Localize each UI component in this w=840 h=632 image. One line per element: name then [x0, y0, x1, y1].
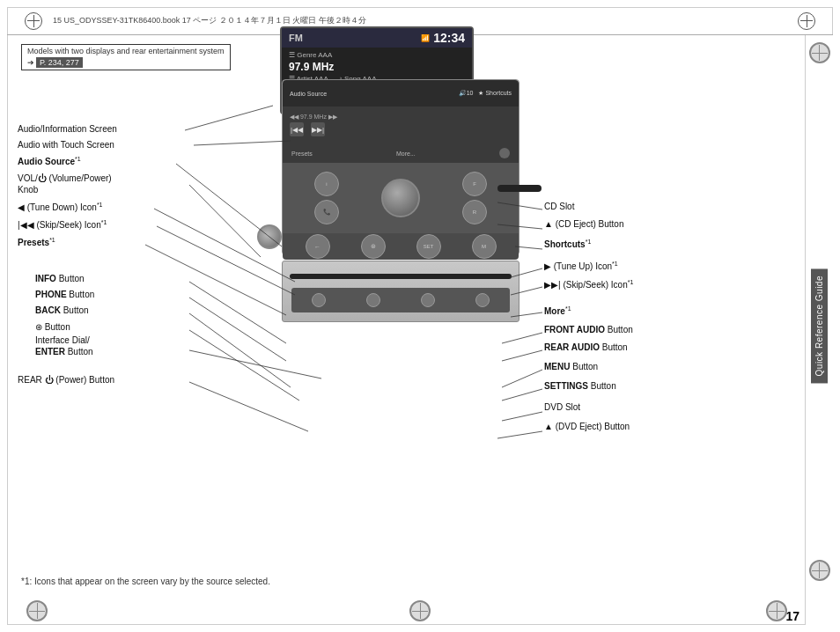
page-number: 17	[785, 609, 799, 623]
label-cd-eject: ▲ (CD Eject) Button	[544, 218, 623, 230]
label-rear-power: REAR ⏻ (Power) Button	[18, 374, 114, 386]
au-top-strip: Audio Source 🔊10 ★ Shortcuts	[283, 80, 519, 107]
dvd-btn-1[interactable]	[312, 293, 326, 307]
label-audio-touch: Audio with Touch Screen	[18, 139, 114, 151]
label-front-audio: FRONT AUDIO Button	[544, 324, 633, 335]
label-rear-audio: REAR AUDIO Button	[544, 342, 628, 353]
au-settings-button[interactable]: SET	[416, 234, 441, 259]
dvd-slot-opening	[290, 274, 512, 279]
screen-freq: 97.9 MHz	[289, 61, 334, 73]
au-next-btn[interactable]: ▶▶|	[311, 122, 325, 136]
bottom-center-crosshair	[409, 600, 431, 621]
label-more: More*1	[544, 305, 571, 317]
au-bottom-row: ← ⊛ SET M	[283, 233, 519, 260]
screen-genre: ☰ Genre AAA	[289, 51, 465, 59]
au-audio-source-btn[interactable]: Audio Source	[290, 91, 327, 97]
label-audio-info-screen: Audio/Information Screen	[18, 123, 117, 135]
au-prev-btn[interactable]: |◀◀	[290, 122, 304, 136]
label-skip-seek-left: |◀◀ (Skip/Seek) Icon*1	[18, 218, 107, 231]
dvd-eject-btn[interactable]	[475, 293, 490, 307]
screen-time: 12:34	[433, 31, 465, 45]
label-vol-knob: VOL/⏻ (Volume/Power)Knob	[18, 173, 112, 195]
au-star-button[interactable]: ⊛	[361, 234, 386, 259]
label-dvd-eject: ▲ (DVD Eject) Button	[544, 421, 630, 432]
audio-head-unit: Audio Source 🔊10 ★ Shortcuts ◀◀ 97.9 MHz…	[282, 79, 519, 255]
au-more-label[interactable]: More...	[396, 151, 416, 157]
bottom-left-crosshair	[26, 600, 48, 621]
au-freq-display: ◀◀ 97.9 MHz ▶▶	[290, 114, 512, 121]
label-tune-down: ◀ (Tune Down) Icon*1	[18, 201, 103, 213]
label-dvd-slot: DVD Slot	[544, 401, 580, 413]
label-phone-btn: PHONE Button	[35, 289, 94, 300]
footnote: *1: Icons that appear on the screen vary…	[21, 577, 270, 586]
label-tune-up: ▶ (Tune Up) Icon*1	[544, 260, 618, 272]
au-display-row: ◀◀ 97.9 MHz ▶▶ |◀◀ ▶▶|	[283, 107, 519, 143]
au-menu-button[interactable]: M	[472, 234, 497, 259]
header-text: 15 US_ODYSSEY-31TK86400.book 17 ページ ２０１４…	[53, 15, 366, 26]
screen-fm: FM	[289, 33, 303, 43]
dvd-rear-power-btn[interactable]	[421, 293, 435, 307]
label-presets: Presets*1	[18, 236, 55, 248]
sidebar-label: Quick Reference Guide	[811, 268, 828, 383]
label-interface-enter: Interface Dial/ENTER Button	[35, 334, 93, 357]
au-back-button[interactable]: ←	[306, 234, 330, 259]
label-info-btn: INFO Button	[35, 273, 85, 284]
au-presets-row: Presets More...	[283, 143, 519, 163]
label-skip-seek-right: ▶▶| (Skip/Seek) Icon*1	[544, 278, 633, 290]
au-vol-display: 🔊10	[459, 90, 474, 97]
label-back-btn: BACK Button	[35, 305, 89, 316]
dvd-controls	[291, 288, 510, 312]
models-note-link: ➔ P. 234, 277	[27, 57, 225, 68]
top-right-crosshair	[798, 12, 815, 30]
top-left-crosshair	[25, 12, 42, 30]
au-cd-slot-indicator	[499, 148, 510, 158]
au-interface-dial[interactable]	[381, 179, 420, 217]
au-front-audio-button[interactable]: F	[462, 172, 487, 196]
label-audio-source: Audio Source*1	[18, 155, 81, 167]
bottom-right-crosshair	[766, 600, 787, 621]
label-star-btn: ⊛ Button	[35, 321, 70, 333]
screen-signal: 📶	[421, 34, 430, 42]
dvd-unit	[282, 261, 519, 322]
au-presets-label[interactable]: Presets	[291, 151, 313, 157]
label-cd-slot: CD Slot	[544, 201, 574, 212]
arrow-icon: ➔	[27, 58, 34, 67]
au-rear-audio-button[interactable]: R	[462, 200, 487, 224]
cd-slot-opening	[497, 185, 542, 192]
label-settings-btn: SETTINGS Button	[544, 380, 616, 392]
dvd-btn-2[interactable]	[366, 293, 380, 307]
au-phone-button[interactable]: 📞	[314, 200, 339, 224]
device-container: FM 📶 12:34 ☰ Genre AAA 97.9 MHz ☰ Artist…	[264, 79, 537, 511]
page-ref: P. 234, 277	[36, 57, 83, 68]
right-sidebar: Quick Reference Guide	[805, 35, 833, 625]
models-note: Models with two displays and rear entert…	[21, 44, 231, 70]
label-menu-btn: MENU Button	[544, 361, 598, 372]
vol-power-knob[interactable]	[257, 224, 282, 249]
bottom-sidebar-circle	[809, 560, 830, 581]
models-note-text: Models with two displays and rear entert…	[27, 47, 225, 55]
au-info-button[interactable]: i	[314, 172, 339, 196]
top-sidebar-circle	[809, 42, 830, 63]
au-main-controls: i 📞 F R	[283, 163, 519, 233]
label-shortcuts: Shortcuts*1	[544, 238, 591, 250]
au-shortcuts-btn[interactable]: ★ Shortcuts	[478, 90, 512, 97]
